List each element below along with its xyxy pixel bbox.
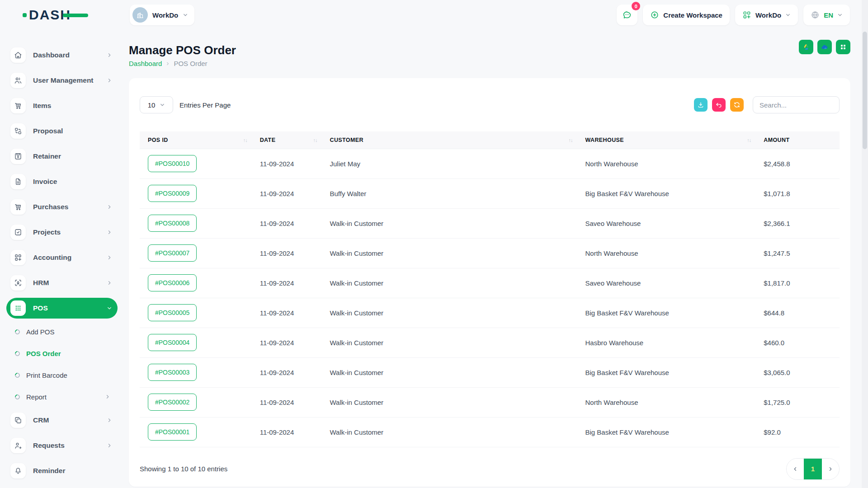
entries-per-page-select[interactable]: 10 [140,96,173,113]
amount-cell: $1,725.0 [755,387,840,417]
pagination-next-button[interactable] [822,459,839,479]
sidebar-subitem-label: Report [26,393,47,401]
chevron-down-icon [785,12,791,18]
google-drive-button[interactable] [799,40,813,54]
pagination-prev-button[interactable] [787,459,804,479]
workspace-avatar [132,7,148,23]
sort-icon[interactable]: ↑↓ [243,137,247,143]
sidebar-subitem-pos-order[interactable]: POS Order [6,343,118,364]
table-row: #POS00007 11-09-2024 Walk-in Customer No… [140,238,840,268]
customer-cell: Walk-in Customer [321,298,577,328]
reset-button[interactable] [712,98,726,112]
date-cell: 11-09-2024 [252,357,322,387]
bell-icon [10,463,26,479]
apps-menu-button[interactable]: WorkDo [735,5,798,25]
pos-id-link[interactable]: #POS00003 [148,364,197,381]
sidebar-nav: DashboardUser ManagementItemsProposalRet… [6,42,118,483]
sidebar-item-retainer[interactable]: Retainer [6,144,118,169]
sidebar-item-projects[interactable]: Projects [6,220,118,245]
chevron-right-icon [107,204,112,210]
warehouse-cell: Saveo Warehouse [577,268,755,298]
sort-icon[interactable]: ↑↓ [747,137,751,143]
warehouse-cell: Big Basket F&V Warehouse [577,417,755,447]
entries-per-page-value: 10 [148,101,156,109]
table-row: #POS00001 11-09-2024 Walk-in Customer Bi… [140,417,840,447]
search-input[interactable] [753,96,840,113]
pos-id-link[interactable]: #POS00004 [148,334,197,351]
table-row: #POS00003 11-09-2024 Walk-in Customer Bi… [140,357,840,387]
table-row: #POS00004 11-09-2024 Walk-in Customer Ha… [140,328,840,357]
pos-id-link[interactable]: #POS00006 [148,274,197,291]
refresh-button[interactable] [730,98,744,112]
customer-cell: Walk-in Customer [321,357,577,387]
messages-button[interactable]: 0 [617,5,637,25]
amount-cell: $1,071.8 [755,178,840,208]
sidebar-item-requests[interactable]: Requests [6,433,118,458]
date-cell: 11-09-2024 [252,417,322,447]
table-row: #POS00009 11-09-2024 Buffy Walter Big Ba… [140,178,840,208]
bullet-icon [14,393,21,400]
entries-per-page-label: Entries Per Page [179,101,231,109]
sidebar-subitem-add-pos[interactable]: Add POS [6,321,118,343]
sidebar-item-items[interactable]: Items [6,93,118,118]
pos-id-link[interactable]: #POS00008 [148,215,197,232]
sort-icon[interactable]: ↑↓ [313,137,317,143]
sidebar-item-purchases[interactable]: Purchases [6,194,118,220]
sidebar-item-dashboard[interactable]: Dashboard [6,42,118,68]
date-cell: 11-09-2024 [252,328,322,357]
pos-id-link[interactable]: #POS00007 [148,244,197,262]
sidebar-item-hrm[interactable]: HRM [6,270,118,296]
sidebar-item-accounting[interactable]: Accounting [6,245,118,270]
export-button[interactable] [694,98,708,112]
warehouse-cell: North Warehouse [577,387,755,417]
sidebar-subitem-label: Print Barcode [26,371,67,379]
users-icon [10,73,26,88]
userscan-icon [10,275,26,291]
sidebar-item-invoice[interactable]: Invoice [6,169,118,194]
google-drive-icon [802,43,810,51]
chevron-right-icon [828,466,833,472]
onedrive-button[interactable] [817,40,832,54]
sidebar-subitem-print-barcode[interactable]: Print Barcode [6,364,118,386]
workspace-selector[interactable]: WorkDo [130,5,194,25]
table-row: #POS00008 11-09-2024 Walk-in Customer Sa… [140,208,840,238]
pos-id-link[interactable]: #POS00002 [148,394,197,411]
breadcrumb-current: POS Order [174,60,207,67]
download-icon [697,101,704,108]
sidebar-item-pos[interactable]: POS [6,298,118,319]
customer-cell: Walk-in Customer [321,268,577,298]
scrollbar[interactable] [862,0,868,488]
gridplus-icon [10,250,26,265]
pos-id-link[interactable]: #POS00005 [148,304,197,321]
column-header-warehouse: WAREHOUSE↑↓ [577,131,755,149]
sort-icon[interactable]: ↑↓ [568,137,572,143]
amount-cell: $644.8 [755,298,840,328]
create-workspace-button[interactable]: Create Workspace [643,5,730,25]
home-icon [10,47,26,63]
sidebar-item-reminder[interactable]: Reminder [6,458,118,483]
pos-id-link[interactable]: #POS00010 [148,155,197,172]
sidebar-item-crm[interactable]: CRM [6,408,118,433]
sidebar-item-label: Requests [33,441,65,450]
amount-cell: $1,247.5 [755,238,840,268]
pagination-page-1[interactable]: 1 [804,459,822,479]
customer-cell: Walk-in Customer [321,208,577,238]
pos-id-link[interactable]: #POS00001 [148,423,197,441]
amount-cell: $460.0 [755,328,840,357]
sidebar-item-label: Dashboard [33,51,70,59]
sidebar-item-label: Reminder [33,467,66,475]
pos-id-link[interactable]: #POS00009 [148,185,197,202]
sidebar-item-user-management[interactable]: User Management [6,68,118,93]
grid-view-button[interactable] [836,40,850,54]
scrollbar-thumb[interactable] [863,32,867,149]
grid-icon [840,43,847,51]
chevron-down-icon [837,12,843,18]
breadcrumb-dashboard-link[interactable]: Dashboard [129,60,162,67]
language-selector[interactable]: EN [803,5,850,25]
date-cell: 11-09-2024 [252,238,322,268]
amount-cell: $2,458.8 [755,149,840,178]
sidebar-subitem-report[interactable]: Report [6,386,118,408]
sidebar-item-proposal[interactable]: Proposal [6,118,118,144]
cart-icon [10,199,26,215]
date-cell: 11-09-2024 [252,268,322,298]
